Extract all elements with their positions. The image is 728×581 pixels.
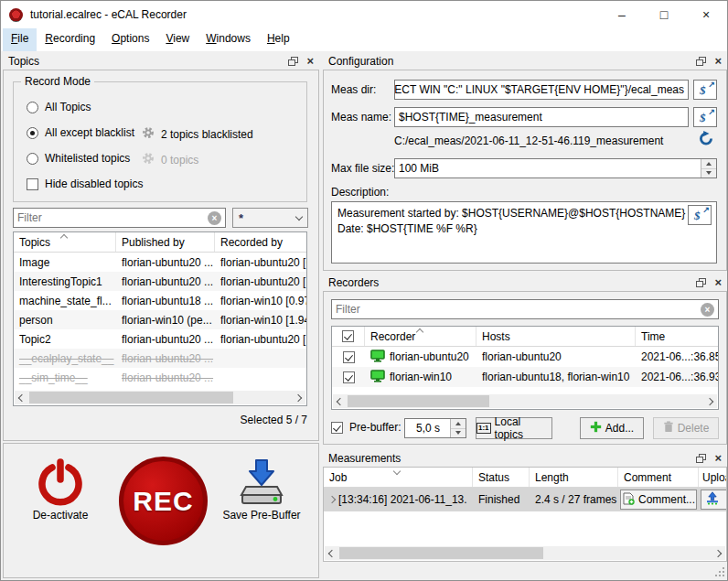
column-header-job[interactable]: Job [324,468,473,487]
recorders-filter-input[interactable] [336,303,701,316]
expand-row-icon[interactable] [328,496,336,503]
column-header-recorder[interactable]: Recorder [365,327,476,346]
sort-desc-icon [393,468,401,475]
local-topics-button[interactable]: 1:1 Local topics [476,417,552,439]
resize-grip[interactable] [714,566,724,576]
table-row[interactable]: personflorian-win10 (pe...florian-win10 … [14,310,306,329]
description-textarea[interactable]: Measurement started by: $HOST{USERNAME}@… [331,201,717,264]
menu-recording[interactable]: Recording [37,28,103,51]
upload-icon [705,491,720,508]
close-panel-icon[interactable] [714,57,722,66]
upload-button[interactable] [701,490,726,510]
column-header-recorded-by[interactable]: Recorded by [215,232,306,252]
save-prebuffer-icon [236,496,287,509]
radio-all-except-blacklist-label: All except blacklist [45,126,134,139]
description-label: Description: [331,186,389,199]
pre-buffer-checkbox[interactable] [331,422,343,434]
column-header-status[interactable]: Status [473,468,530,487]
radio-all-topics[interactable] [27,102,38,113]
insert-variable-button[interactable]: $↗ [688,205,712,225]
rec-button[interactable]: REC [119,457,208,545]
float-panel-icon[interactable] [696,454,705,463]
column-header-length[interactable]: Length [530,468,618,487]
delete-recorder-button[interactable]: Delete [653,417,719,439]
recorder-checkbox[interactable] [343,371,355,383]
maximize-button[interactable]: □ [643,1,685,28]
spinner-arrows[interactable] [450,419,466,437]
scroll-left-icon[interactable] [333,399,348,404]
chevron-down-icon [295,212,303,220]
column-header-topics[interactable]: Topics [14,232,116,252]
titlebar: tutorial.ecalrec - eCAL Recorder – □ × [1,1,727,28]
column-header-hosts[interactable]: Hosts [476,327,636,346]
column-header-upload[interactable]: Upload [699,468,726,487]
add-comment-button[interactable]: Comment... [620,490,697,510]
table-row-disabled[interactable]: __sim_time__florian-ubuntu20 ... [14,368,306,387]
hide-disabled-topics-checkbox[interactable] [27,178,38,190]
deactivate-button[interactable]: De-activate [27,458,93,522]
meas-dir-input[interactable]: $TARGET{OSSELECT WIN "C:" LINUX "$TARGET… [394,80,689,100]
horizontal-scrollbar[interactable] [333,394,717,408]
recorder-row[interactable]: florian-win10 florian-ubuntu18, florian-… [332,367,718,387]
meas-name-input[interactable]: $HOST{TIME}_measurement [394,107,689,127]
app-window: { "window": { "title": "tutorial.ecalrec… [0,0,728,581]
close-panel-icon[interactable] [714,454,722,463]
recorder-checkbox[interactable] [343,351,355,363]
spinner-arrows[interactable] [701,159,716,178]
scroll-right-icon[interactable] [711,551,725,556]
column-header-published-by[interactable]: Published by [116,232,215,252]
menu-help[interactable]: Help [259,28,298,51]
column-header-comment[interactable]: Comment [618,468,699,487]
float-panel-icon[interactable] [288,57,297,66]
topics-filter-input[interactable] [17,211,208,224]
close-button[interactable]: × [685,1,727,28]
filter-combo-value: * [239,211,243,225]
add-recorder-button[interactable]: Add... [580,417,644,439]
menu-windows[interactable]: Windows [198,28,259,51]
menu-options[interactable]: Options [103,28,157,51]
save-prebuffer-button[interactable]: Save Pre-Buffer [218,457,305,522]
pre-buffer-spinbox[interactable]: 5,0 s [404,418,466,438]
max-file-size-spinbox[interactable]: 100 MiB [394,158,717,178]
minimize-button[interactable]: – [601,1,643,28]
clear-filter-icon[interactable] [208,211,221,225]
float-panel-icon[interactable] [696,278,705,287]
record-mode-group: Record Mode All Topics All except blackl… [13,81,307,202]
close-panel-icon[interactable] [714,278,722,287]
refresh-icon[interactable] [699,131,713,148]
column-header-time[interactable]: Time [636,327,718,346]
configuration-panel-title: Configuration [328,55,393,68]
table-row[interactable]: machine_state_fl...florian-ubuntu18 ...f… [14,291,306,310]
menu-file[interactable]: File [3,28,37,51]
recorders-panel-titlebar: Recorders [323,273,727,291]
recorders-table: Recorder Hosts Time florian-ubuntu20 flo… [331,326,719,410]
menu-view[interactable]: View [157,28,198,51]
horizontal-scrollbar[interactable] [15,391,305,404]
close-panel-icon[interactable] [306,57,314,66]
scroll-left-icon[interactable] [325,551,339,556]
insert-variable-button[interactable]: $↗ [693,107,717,127]
radio-whitelisted-topics[interactable] [27,153,38,165]
scroll-right-icon[interactable] [291,395,305,401]
measurements-panel-body: Job Status Length Comment Upload [13:34:… [323,467,727,562]
table-row[interactable]: Imageflorian-ubuntu20 ...florian-ubuntu2… [14,253,306,272]
rec-label: REC [133,486,193,517]
table-row[interactable]: InterestingTopic1florian-ubuntu20 ...flo… [14,272,306,291]
horizontal-scrollbar[interactable] [325,546,725,560]
select-all-checkbox[interactable] [332,327,365,346]
gear-icon-disabled [142,152,155,167]
float-panel-icon[interactable] [696,57,705,66]
radio-all-except-blacklist[interactable] [27,127,38,139]
menubar: File Recording Options View Windows Help [1,28,727,51]
table-row[interactable]: Topic2florian-ubuntu20 ...florian-ubuntu… [14,329,306,349]
clear-filter-icon[interactable] [701,303,714,317]
insert-variable-button[interactable]: $↗ [693,80,717,100]
scroll-left-icon[interactable] [15,395,29,401]
blacklist-count-label[interactable]: 2 topics blacklisted [161,128,253,141]
table-row-disabled[interactable]: __ecalplay_state__florian-ubuntu20 ... [14,349,306,368]
topics-filter-column-combo[interactable]: * [232,208,308,228]
recorder-row[interactable]: florian-ubuntu20 florian-ubuntu20 2021-0… [332,347,718,367]
scroll-right-icon[interactable] [702,399,717,404]
measurement-row[interactable]: [13:34:16] 2021-06-11_13... Finished 2.4… [324,488,726,511]
gear-icon[interactable] [142,126,155,142]
